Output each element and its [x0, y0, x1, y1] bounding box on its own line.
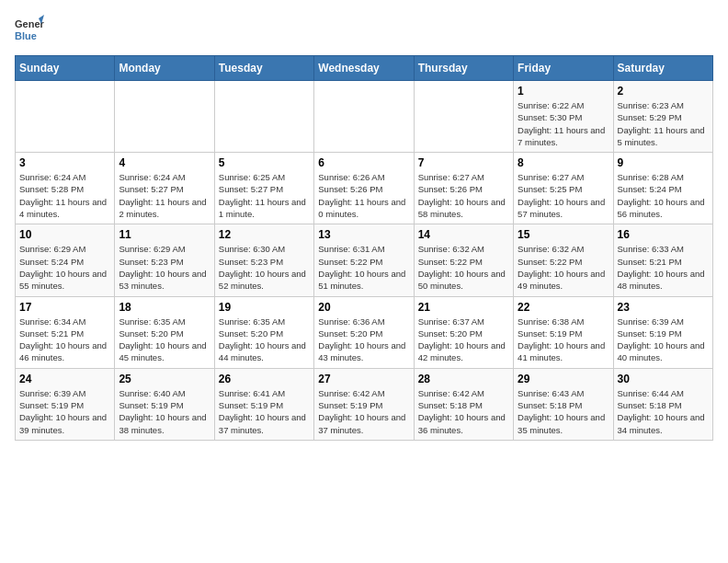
calendar-cell: 24Sunrise: 6:39 AM Sunset: 5:19 PM Dayli…	[16, 368, 115, 440]
day-number: 6	[318, 156, 409, 169]
calendar-cell: 30Sunrise: 6:44 AM Sunset: 5:18 PM Dayli…	[613, 368, 712, 440]
day-number: 3	[19, 156, 110, 169]
day-info: Sunrise: 6:32 AM Sunset: 5:22 PM Dayligh…	[518, 243, 609, 292]
calendar-week-row: 24Sunrise: 6:39 AM Sunset: 5:19 PM Dayli…	[16, 368, 713, 440]
day-number: 25	[119, 373, 210, 385]
day-number: 15	[518, 228, 609, 241]
calendar-cell: 17Sunrise: 6:34 AM Sunset: 5:21 PM Dayli…	[16, 296, 115, 368]
calendar-cell: 18Sunrise: 6:35 AM Sunset: 5:20 PM Dayli…	[115, 296, 214, 368]
calendar-cell: 2Sunrise: 6:23 AM Sunset: 5:29 PM Daylig…	[613, 81, 712, 153]
day-number: 11	[119, 228, 210, 241]
day-info: Sunrise: 6:26 AM Sunset: 5:26 PM Dayligh…	[318, 171, 409, 220]
calendar-cell: 5Sunrise: 6:25 AM Sunset: 5:27 PM Daylig…	[214, 153, 313, 224]
day-number: 5	[219, 156, 310, 169]
day-number: 2	[618, 85, 709, 98]
day-info: Sunrise: 6:39 AM Sunset: 5:19 PM Dayligh…	[19, 387, 110, 436]
page-header: General Blue	[15, 15, 713, 44]
day-info: Sunrise: 6:39 AM Sunset: 5:19 PM Dayligh…	[618, 316, 709, 364]
day-number: 19	[219, 301, 310, 314]
calendar-cell: 4Sunrise: 6:24 AM Sunset: 5:27 PM Daylig…	[115, 153, 214, 224]
calendar-cell: 25Sunrise: 6:40 AM Sunset: 5:19 PM Dayli…	[115, 368, 214, 440]
day-info: Sunrise: 6:36 AM Sunset: 5:20 PM Dayligh…	[318, 316, 409, 364]
weekday-header-monday: Monday	[115, 56, 214, 81]
day-info: Sunrise: 6:27 AM Sunset: 5:25 PM Dayligh…	[518, 171, 609, 220]
day-number: 30	[618, 373, 709, 385]
day-info: Sunrise: 6:23 AM Sunset: 5:29 PM Dayligh…	[618, 99, 709, 148]
day-info: Sunrise: 6:43 AM Sunset: 5:18 PM Dayligh…	[518, 387, 609, 436]
day-info: Sunrise: 6:28 AM Sunset: 5:24 PM Dayligh…	[618, 171, 709, 220]
day-info: Sunrise: 6:32 AM Sunset: 5:22 PM Dayligh…	[418, 243, 509, 292]
logo-graphic-icon: General Blue	[15, 15, 44, 44]
calendar-cell	[314, 81, 414, 153]
weekday-header-thursday: Thursday	[414, 56, 513, 81]
day-info: Sunrise: 6:42 AM Sunset: 5:19 PM Dayligh…	[318, 387, 409, 436]
day-number: 8	[518, 156, 609, 169]
day-number: 1	[518, 85, 609, 98]
calendar-cell: 12Sunrise: 6:30 AM Sunset: 5:23 PM Dayli…	[214, 224, 313, 296]
calendar-week-row: 3Sunrise: 6:24 AM Sunset: 5:28 PM Daylig…	[16, 153, 713, 224]
day-info: Sunrise: 6:42 AM Sunset: 5:18 PM Dayligh…	[418, 387, 509, 436]
calendar-cell: 16Sunrise: 6:33 AM Sunset: 5:21 PM Dayli…	[613, 224, 712, 296]
logo: General Blue	[15, 15, 44, 44]
calendar-cell: 23Sunrise: 6:39 AM Sunset: 5:19 PM Dayli…	[613, 296, 712, 368]
day-number: 10	[19, 228, 110, 241]
day-number: 20	[318, 301, 409, 314]
day-number: 17	[19, 301, 110, 314]
day-number: 23	[618, 301, 709, 314]
day-info: Sunrise: 6:41 AM Sunset: 5:19 PM Dayligh…	[219, 387, 310, 436]
calendar-cell: 14Sunrise: 6:32 AM Sunset: 5:22 PM Dayli…	[414, 224, 513, 296]
calendar-cell: 28Sunrise: 6:42 AM Sunset: 5:18 PM Dayli…	[414, 368, 513, 440]
day-info: Sunrise: 6:35 AM Sunset: 5:20 PM Dayligh…	[219, 316, 310, 364]
day-number: 28	[418, 373, 509, 385]
day-info: Sunrise: 6:37 AM Sunset: 5:20 PM Dayligh…	[418, 316, 509, 364]
day-number: 9	[618, 156, 709, 169]
day-number: 18	[119, 301, 210, 314]
calendar-cell: 19Sunrise: 6:35 AM Sunset: 5:20 PM Dayli…	[214, 296, 313, 368]
day-number: 21	[418, 301, 509, 314]
day-number: 4	[119, 156, 210, 169]
weekday-header-saturday: Saturday	[613, 56, 712, 81]
weekday-header-wednesday: Wednesday	[314, 56, 414, 81]
calendar-cell: 7Sunrise: 6:27 AM Sunset: 5:26 PM Daylig…	[414, 153, 513, 224]
day-info: Sunrise: 6:40 AM Sunset: 5:19 PM Dayligh…	[119, 387, 210, 436]
day-number: 29	[518, 373, 609, 385]
svg-text:Blue: Blue	[15, 30, 37, 41]
day-number: 26	[219, 373, 310, 385]
day-number: 12	[219, 228, 310, 241]
calendar-cell: 26Sunrise: 6:41 AM Sunset: 5:19 PM Dayli…	[214, 368, 313, 440]
calendar-cell: 8Sunrise: 6:27 AM Sunset: 5:25 PM Daylig…	[514, 153, 613, 224]
day-info: Sunrise: 6:27 AM Sunset: 5:26 PM Dayligh…	[418, 171, 509, 220]
day-info: Sunrise: 6:25 AM Sunset: 5:27 PM Dayligh…	[219, 171, 310, 220]
weekday-header-friday: Friday	[514, 56, 613, 81]
calendar-table: SundayMondayTuesdayWednesdayThursdayFrid…	[15, 55, 713, 441]
day-info: Sunrise: 6:29 AM Sunset: 5:23 PM Dayligh…	[119, 243, 210, 292]
day-info: Sunrise: 6:24 AM Sunset: 5:28 PM Dayligh…	[19, 171, 110, 220]
calendar-week-row: 10Sunrise: 6:29 AM Sunset: 5:24 PM Dayli…	[16, 224, 713, 296]
calendar-cell: 15Sunrise: 6:32 AM Sunset: 5:22 PM Dayli…	[514, 224, 613, 296]
day-info: Sunrise: 6:35 AM Sunset: 5:20 PM Dayligh…	[119, 316, 210, 364]
calendar-cell: 22Sunrise: 6:38 AM Sunset: 5:19 PM Dayli…	[514, 296, 613, 368]
day-number: 7	[418, 156, 509, 169]
day-info: Sunrise: 6:29 AM Sunset: 5:24 PM Dayligh…	[19, 243, 110, 292]
day-info: Sunrise: 6:30 AM Sunset: 5:23 PM Dayligh…	[219, 243, 310, 292]
weekday-header-row: SundayMondayTuesdayWednesdayThursdayFrid…	[16, 56, 713, 81]
day-number: 13	[318, 228, 409, 241]
day-number: 16	[618, 228, 709, 241]
calendar-cell: 13Sunrise: 6:31 AM Sunset: 5:22 PM Dayli…	[314, 224, 414, 296]
calendar-week-row: 1Sunrise: 6:22 AM Sunset: 5:30 PM Daylig…	[16, 81, 713, 153]
calendar-cell: 10Sunrise: 6:29 AM Sunset: 5:24 PM Dayli…	[16, 224, 115, 296]
day-info: Sunrise: 6:38 AM Sunset: 5:19 PM Dayligh…	[518, 316, 609, 364]
day-info: Sunrise: 6:31 AM Sunset: 5:22 PM Dayligh…	[318, 243, 409, 292]
calendar-cell: 3Sunrise: 6:24 AM Sunset: 5:28 PM Daylig…	[16, 153, 115, 224]
day-info: Sunrise: 6:34 AM Sunset: 5:21 PM Dayligh…	[19, 316, 110, 364]
day-number: 24	[19, 373, 110, 385]
calendar-cell: 1Sunrise: 6:22 AM Sunset: 5:30 PM Daylig…	[514, 81, 613, 153]
calendar-cell: 20Sunrise: 6:36 AM Sunset: 5:20 PM Dayli…	[314, 296, 414, 368]
day-info: Sunrise: 6:24 AM Sunset: 5:27 PM Dayligh…	[119, 171, 210, 220]
day-info: Sunrise: 6:22 AM Sunset: 5:30 PM Dayligh…	[518, 99, 609, 148]
day-number: 27	[318, 373, 409, 385]
weekday-header-tuesday: Tuesday	[214, 56, 313, 81]
calendar-cell	[115, 81, 214, 153]
calendar-cell: 21Sunrise: 6:37 AM Sunset: 5:20 PM Dayli…	[414, 296, 513, 368]
calendar-cell: 6Sunrise: 6:26 AM Sunset: 5:26 PM Daylig…	[314, 153, 414, 224]
